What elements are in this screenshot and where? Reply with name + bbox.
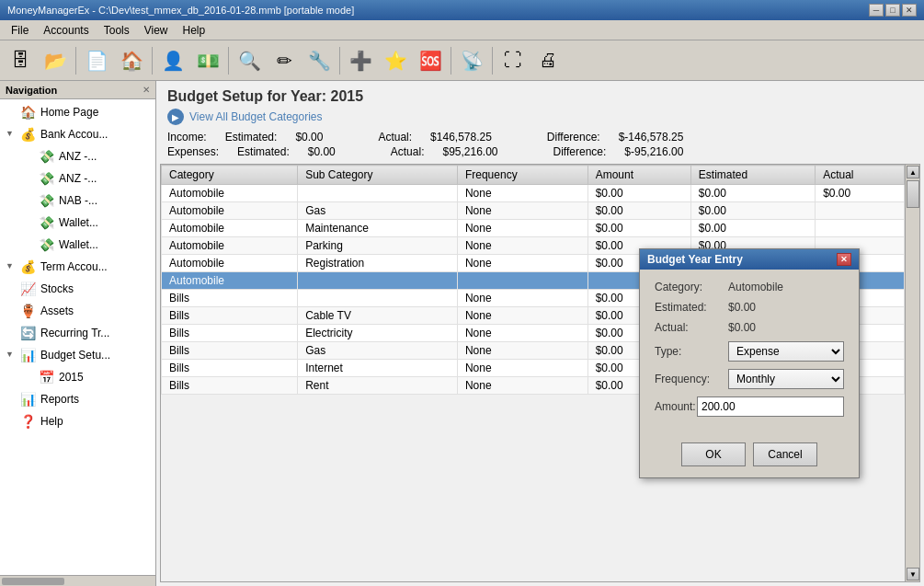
col-category[interactable]: Category	[162, 166, 298, 185]
table-row[interactable]: AutomobileMaintenanceNone$0.00$0.00	[162, 220, 905, 237]
nav-close-button[interactable]: ✕	[143, 85, 150, 95]
col-estimated[interactable]: Estimated	[690, 166, 815, 185]
dialog-title-text: Budget Year Entry	[647, 253, 743, 266]
account-icon: 💸	[37, 191, 55, 210]
sidebar-item-anz2[interactable]: 💸 ANZ -...	[2, 167, 154, 190]
table-row[interactable]: AutomobileGasNone$0.00$0.00	[162, 202, 905, 220]
dialog-estimated-label: Estimated:	[655, 301, 728, 314]
budget-year-entry-dialog: Budget Year Entry ✕ Category: Automobile…	[639, 248, 860, 478]
cell-category: Bills	[162, 307, 298, 325]
sidebar-item-label: Help	[40, 415, 63, 428]
scroll-down-button[interactable]: ▼	[907, 568, 919, 580]
sidebar-item-reports[interactable]: 📊 Reports	[2, 388, 154, 410]
sidebar-item-recurring[interactable]: 🔄 Recurring Tr...	[2, 322, 154, 344]
database-icon[interactable]: 🗄	[4, 44, 37, 77]
scroll-thumb[interactable]	[907, 180, 919, 208]
table-row[interactable]: AutomobileNone$0.00$0.00$0.00	[162, 185, 905, 202]
sidebar-item-wallet2[interactable]: 💸 Wallet...	[2, 234, 154, 256]
sidebar-item-label: ANZ -...	[59, 150, 97, 163]
dialog-title-bar: Budget Year Entry ✕	[640, 249, 859, 270]
sidebar-item-bank-accounts[interactable]: ▼ 💰 Bank Accou...	[2, 123, 154, 145]
user-icon[interactable]: 👤	[156, 44, 189, 77]
col-actual[interactable]: Actual	[816, 166, 905, 185]
dialog-amount-input[interactable]	[697, 396, 844, 417]
account-icon: 💸	[37, 236, 55, 254]
sidebar-item-label: Budget Setu...	[40, 349, 110, 362]
col-frequency[interactable]: Frequency	[457, 166, 587, 185]
rss-icon[interactable]: 📡	[455, 44, 488, 77]
cell-frequency: None	[457, 255, 587, 272]
cell-sub_category	[298, 185, 458, 202]
menu-tools[interactable]: Tools	[97, 22, 137, 39]
cell-frequency: None	[457, 377, 587, 395]
summary-section: Income: Estimated: $0.00 Actual: $146,57…	[156, 129, 924, 160]
dialog-actual-value: $0.00	[728, 321, 756, 334]
budget-title: Budget Setup for Year: 2015	[167, 88, 913, 105]
nav-scrollbar[interactable]	[0, 575, 155, 586]
sidebar-item-help[interactable]: ❓ Help	[2, 410, 154, 432]
minimize-button[interactable]: ─	[869, 4, 884, 17]
menu-file[interactable]: File	[4, 22, 36, 39]
new-icon[interactable]: 📄	[80, 44, 113, 77]
menu-accounts[interactable]: Accounts	[36, 22, 96, 39]
table-scrollbar-v[interactable]: ▲ ▼	[905, 165, 919, 581]
close-button[interactable]: ✕	[902, 4, 917, 17]
expand-icon	[6, 327, 17, 339]
dialog-cancel-button[interactable]: Cancel	[753, 442, 817, 466]
sidebar-item-assets[interactable]: 🏺 Assets	[2, 300, 154, 322]
scroll-up-button[interactable]: ▲	[907, 166, 919, 178]
dialog-frequency-select-wrapper: None Weekly Bi-Weekly Monthly Quarterly …	[728, 369, 844, 389]
cell-estimated: $0.00	[690, 202, 815, 220]
dialog-category-label: Category:	[655, 281, 728, 293]
menu-help[interactable]: Help	[176, 22, 213, 39]
reports-icon: 📊	[18, 390, 37, 408]
cell-frequency: None	[457, 325, 587, 342]
cell-category: Automobile	[162, 220, 298, 237]
account-icon: 💸	[37, 213, 55, 232]
col-amount[interactable]: Amount	[587, 166, 690, 185]
sidebar-item-home[interactable]: 🏠 Home Page	[2, 101, 154, 123]
nav-header-text: Navigation	[6, 85, 57, 96]
cell-estimated: $0.00	[690, 220, 815, 237]
expand-icon	[6, 394, 17, 405]
sidebar-item-budget-setup[interactable]: ▼ 📊 Budget Setu...	[2, 344, 154, 366]
sidebar-item-wallet1[interactable]: 💸 Wallet...	[2, 212, 154, 234]
dialog-type-select[interactable]: Income Expense Transfer	[728, 341, 844, 362]
maximize-button[interactable]: □	[885, 4, 900, 17]
search-icon[interactable]: 🔍	[233, 44, 266, 77]
dialog-close-button[interactable]: ✕	[837, 253, 851, 266]
home-icon[interactable]: 🏠	[115, 44, 148, 77]
sidebar-item-label: Reports	[40, 393, 79, 406]
dialog-ok-button[interactable]: OK	[681, 442, 746, 466]
money-icon[interactable]: 💵	[191, 44, 224, 77]
print-icon[interactable]: 🖨	[531, 44, 565, 77]
open-icon[interactable]: 📂	[39, 44, 72, 77]
sidebar-item-budget-2015[interactable]: 📅 2015	[2, 366, 154, 388]
cell-sub_category	[298, 272, 458, 290]
account-icon: 💸	[37, 147, 55, 166]
expand-icon	[24, 195, 35, 206]
sidebar-item-stocks[interactable]: 📈 Stocks	[2, 278, 154, 300]
menu-view[interactable]: View	[137, 22, 176, 39]
col-subcategory[interactable]: Sub Category	[298, 166, 458, 185]
income-estimated-value: $0.00	[295, 131, 323, 144]
expand-icon	[6, 416, 17, 427]
sidebar-item-term-accounts[interactable]: ▼ 💰 Term Accou...	[2, 256, 154, 278]
view-all-button[interactable]: ▶ View All Budget Categories	[167, 109, 913, 125]
edit-icon[interactable]: ✏	[268, 44, 301, 77]
toolbar-separator-2	[152, 47, 153, 75]
help-circle-icon[interactable]: 🆘	[414, 44, 447, 77]
sidebar-item-label: ANZ -...	[59, 172, 97, 185]
asset-icon: 🏺	[18, 302, 37, 320]
add-icon[interactable]: ➕	[344, 44, 377, 77]
tools-icon[interactable]: 🔧	[302, 44, 336, 77]
sidebar-item-anz1[interactable]: 💸 ANZ -...	[2, 145, 154, 167]
expand-icon[interactable]: ⛶	[496, 44, 530, 77]
star-icon[interactable]: ⭐	[379, 44, 412, 77]
expand-icon	[6, 107, 17, 118]
nav-tree: 🏠 Home Page ▼ 💰 Bank Accou... 💸 ANZ -...…	[0, 99, 155, 575]
expenses-difference-value: $-95,216.00	[624, 145, 683, 158]
sidebar-item-nab[interactable]: 💸 NAB -...	[2, 190, 154, 212]
dialog-type-select-wrapper: Income Expense Transfer	[728, 341, 844, 362]
dialog-frequency-select[interactable]: None Weekly Bi-Weekly Monthly Quarterly …	[728, 369, 844, 389]
